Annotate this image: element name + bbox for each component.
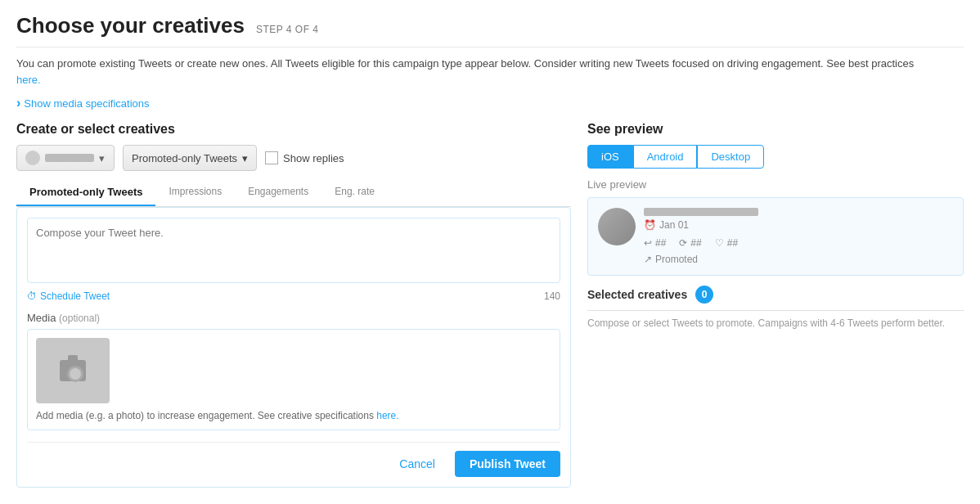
controls-row: ▾ Promoted-only Tweets ▾ Show replies (16, 145, 571, 171)
selected-creatives-label: Selected creatives (587, 288, 687, 301)
creative-specs-link[interactable]: here. (376, 410, 398, 421)
compose-area: ⏱ Schedule Tweet 140 Media (optional) (16, 207, 571, 488)
promoted-tweets-label: Promoted-only Tweets (132, 152, 237, 164)
char-count: 140 (544, 290, 560, 302)
no-creatives-text: Compose or select Tweets to promote. Cam… (587, 310, 964, 329)
left-section-title: Create or select creatives (16, 122, 571, 137)
promoted-chevron-icon: ▾ (242, 152, 248, 164)
right-panel: See preview iOS Android Desktop Live pre… (587, 122, 964, 488)
show-specs-link[interactable]: Show media specifications (16, 96, 964, 110)
tweet-avatar (598, 208, 636, 245)
account-selector[interactable]: ▾ (16, 145, 115, 171)
account-name-blur (45, 154, 94, 162)
action-buttons: Cancel Publish Tweet (27, 442, 560, 477)
cancel-button[interactable]: Cancel (388, 451, 447, 477)
tweet-date: ⏰ Jan 01 (644, 219, 953, 231)
camera-icon (60, 360, 86, 381)
description-text: You can promote existing Tweets or creat… (16, 56, 916, 88)
reply-icon: ↩ (644, 237, 652, 249)
promoted-badge: ↗ Promoted (644, 254, 953, 265)
main-content: Create or select creatives ▾ Promoted-on… (16, 122, 964, 488)
tab-engagements[interactable]: Engagements (235, 179, 321, 206)
account-avatar-small (25, 151, 40, 165)
media-hint: Add media (e.g. a photo) to increase eng… (36, 410, 551, 421)
reply-action: ↩ ## (644, 237, 666, 249)
preview-tab-android[interactable]: Android (633, 145, 698, 169)
promoted-tweets-button[interactable]: Promoted-only Tweets ▾ (123, 145, 257, 171)
promoted-arrow-icon: ↗ (644, 254, 652, 265)
preview-tab-desktop[interactable]: Desktop (697, 145, 764, 169)
tweet-actions-row: ↩ ## ⟳ ## ♡ ## (644, 237, 953, 249)
retweet-icon: ⟳ (679, 237, 687, 249)
preview-tab-ios[interactable]: iOS (587, 145, 633, 169)
account-chevron-icon: ▾ (99, 152, 105, 164)
step-label: STEP 4 OF 4 (256, 24, 319, 35)
media-label: Media (optional) (27, 312, 560, 324)
page-header: Choose your creatives STEP 4 OF 4 (16, 13, 964, 47)
publish-tweet-button[interactable]: Publish Tweet (455, 451, 560, 477)
tweet-preview-header: ⏰ Jan 01 ↩ ## ⟳ ## (598, 208, 953, 265)
tweet-username-blur (644, 208, 758, 216)
show-replies-label: Show replies (283, 152, 344, 164)
left-panel: Create or select creatives ▾ Promoted-on… (16, 122, 571, 488)
page-container: Choose your creatives STEP 4 OF 4 You ca… (0, 0, 980, 501)
clock-small-icon: ⏰ (644, 219, 656, 231)
selected-count-badge: 0 (695, 286, 713, 304)
retweet-action: ⟳ ## (679, 237, 701, 249)
compose-footer: ⏱ Schedule Tweet 140 (27, 290, 560, 302)
tabs-row: Promoted-only Tweets Impressions Engagem… (16, 179, 571, 207)
media-optional: (optional) (59, 313, 100, 324)
media-placeholder (36, 338, 110, 403)
right-section-title: See preview (587, 122, 964, 137)
selected-creatives-row: Selected creatives 0 (587, 286, 964, 304)
media-upload-area[interactable]: Add media (e.g. a photo) to increase eng… (27, 329, 560, 430)
preview-card: ⏰ Jan 01 ↩ ## ⟳ ## (587, 197, 964, 276)
tweet-meta-area: ⏰ Jan 01 ↩ ## ⟳ ## (644, 208, 953, 265)
media-section: Media (optional) Add media (e.g. a photo… (27, 312, 560, 430)
clock-icon: ⏱ (27, 290, 37, 302)
show-replies-row: Show replies (265, 151, 344, 164)
live-preview-label: Live preview (587, 178, 964, 191)
best-practices-link[interactable]: here. (16, 74, 41, 86)
show-replies-checkbox[interactable] (265, 151, 278, 164)
preview-tabs: iOS Android Desktop (587, 145, 964, 169)
compose-textarea[interactable] (27, 218, 560, 283)
tab-eng-rate[interactable]: Eng. rate (321, 179, 388, 206)
heart-icon: ♡ (715, 237, 724, 249)
tab-promoted-only-tweets[interactable]: Promoted-only Tweets (16, 179, 155, 206)
schedule-tweet-link[interactable]: ⏱ Schedule Tweet (27, 290, 110, 302)
page-title: Choose your creatives (16, 13, 245, 38)
tab-impressions[interactable]: Impressions (155, 179, 235, 206)
heart-action: ♡ ## (715, 237, 738, 249)
